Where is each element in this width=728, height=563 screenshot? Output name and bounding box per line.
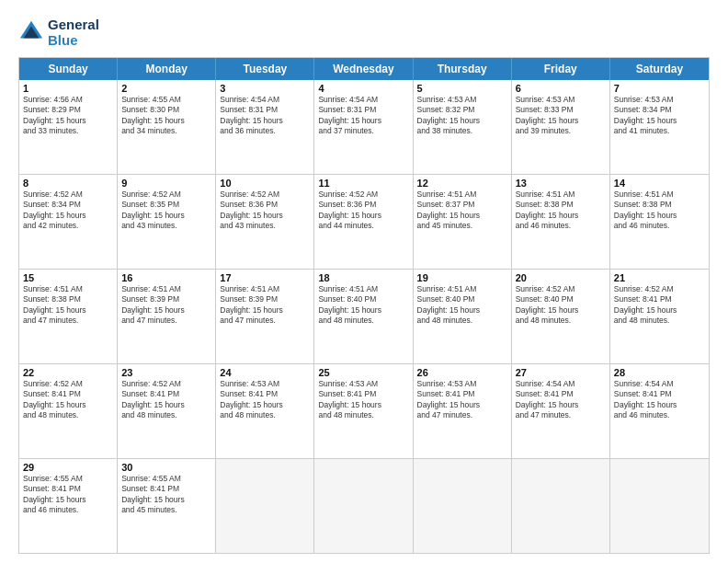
logo-text: General Blue bbox=[48, 17, 99, 48]
calendar-week-5: 29Sunrise: 4:55 AM Sunset: 8:41 PM Dayli… bbox=[19, 458, 709, 553]
page: General Blue SundayMondayTuesdayWednesda… bbox=[0, 0, 728, 563]
header: General Blue bbox=[18, 17, 710, 48]
calendar: SundayMondayTuesdayWednesdayThursdayFrid… bbox=[18, 57, 710, 554]
calendar-cell: 26Sunrise: 4:53 AM Sunset: 8:41 PM Dayli… bbox=[414, 364, 512, 458]
calendar-cell: 30Sunrise: 4:55 AM Sunset: 8:41 PM Dayli… bbox=[118, 459, 216, 553]
header-day-friday: Friday bbox=[512, 58, 610, 80]
calendar-week-4: 22Sunrise: 4:52 AM Sunset: 8:41 PM Dayli… bbox=[19, 363, 709, 458]
header-day-wednesday: Wednesday bbox=[314, 58, 413, 80]
logo: General Blue bbox=[18, 17, 99, 48]
calendar-cell: 2Sunrise: 4:55 AM Sunset: 8:30 PM Daylig… bbox=[118, 80, 216, 174]
calendar-cell: 7Sunrise: 4:53 AM Sunset: 8:34 PM Daylig… bbox=[610, 80, 709, 174]
calendar-cell: 17Sunrise: 4:51 AM Sunset: 8:39 PM Dayli… bbox=[216, 270, 314, 363]
calendar-cell: 10Sunrise: 4:52 AM Sunset: 8:36 PM Dayli… bbox=[216, 175, 314, 269]
calendar-cell bbox=[216, 459, 314, 553]
header-day-thursday: Thursday bbox=[414, 58, 512, 80]
calendar-cell: 22Sunrise: 4:52 AM Sunset: 8:41 PM Dayli… bbox=[19, 364, 118, 458]
calendar-cell: 5Sunrise: 4:53 AM Sunset: 8:32 PM Daylig… bbox=[414, 80, 512, 174]
header-day-monday: Monday bbox=[118, 58, 216, 80]
calendar-cell: 3Sunrise: 4:54 AM Sunset: 8:31 PM Daylig… bbox=[216, 80, 314, 174]
calendar-cell: 12Sunrise: 4:51 AM Sunset: 8:37 PM Dayli… bbox=[414, 175, 512, 269]
calendar-week-2: 8Sunrise: 4:52 AM Sunset: 8:34 PM Daylig… bbox=[19, 174, 709, 269]
calendar-cell bbox=[414, 459, 512, 553]
calendar-cell: 24Sunrise: 4:53 AM Sunset: 8:41 PM Dayli… bbox=[216, 364, 314, 458]
logo-icon bbox=[18, 19, 44, 45]
calendar-cell: 29Sunrise: 4:55 AM Sunset: 8:41 PM Dayli… bbox=[19, 459, 118, 553]
calendar-cell: 15Sunrise: 4:51 AM Sunset: 8:38 PM Dayli… bbox=[19, 270, 118, 363]
calendar-cell: 16Sunrise: 4:51 AM Sunset: 8:39 PM Dayli… bbox=[118, 270, 216, 363]
calendar-cell: 13Sunrise: 4:51 AM Sunset: 8:38 PM Dayli… bbox=[512, 175, 610, 269]
calendar-week-1: 1Sunrise: 4:56 AM Sunset: 8:29 PM Daylig… bbox=[19, 80, 709, 174]
calendar-cell: 8Sunrise: 4:52 AM Sunset: 8:34 PM Daylig… bbox=[19, 175, 118, 269]
calendar-header: SundayMondayTuesdayWednesdayThursdayFrid… bbox=[19, 58, 709, 80]
calendar-cell: 9Sunrise: 4:52 AM Sunset: 8:35 PM Daylig… bbox=[118, 175, 216, 269]
calendar-cell: 6Sunrise: 4:53 AM Sunset: 8:33 PM Daylig… bbox=[512, 80, 610, 174]
calendar-body: 1Sunrise: 4:56 AM Sunset: 8:29 PM Daylig… bbox=[19, 80, 709, 553]
calendar-cell: 20Sunrise: 4:52 AM Sunset: 8:40 PM Dayli… bbox=[512, 270, 610, 363]
calendar-week-3: 15Sunrise: 4:51 AM Sunset: 8:38 PM Dayli… bbox=[19, 269, 709, 363]
calendar-cell: 27Sunrise: 4:54 AM Sunset: 8:41 PM Dayli… bbox=[512, 364, 610, 458]
header-day-tuesday: Tuesday bbox=[216, 58, 314, 80]
calendar-cell: 18Sunrise: 4:51 AM Sunset: 8:40 PM Dayli… bbox=[314, 270, 413, 363]
calendar-cell bbox=[512, 459, 610, 553]
calendar-cell: 21Sunrise: 4:52 AM Sunset: 8:41 PM Dayli… bbox=[610, 270, 709, 363]
calendar-cell: 28Sunrise: 4:54 AM Sunset: 8:41 PM Dayli… bbox=[610, 364, 709, 458]
calendar-cell: 23Sunrise: 4:52 AM Sunset: 8:41 PM Dayli… bbox=[118, 364, 216, 458]
calendar-cell: 25Sunrise: 4:53 AM Sunset: 8:41 PM Dayli… bbox=[314, 364, 413, 458]
calendar-cell: 11Sunrise: 4:52 AM Sunset: 8:36 PM Dayli… bbox=[314, 175, 413, 269]
calendar-cell bbox=[610, 459, 709, 553]
header-day-sunday: Sunday bbox=[19, 58, 118, 80]
calendar-cell: 19Sunrise: 4:51 AM Sunset: 8:40 PM Dayli… bbox=[414, 270, 512, 363]
calendar-cell bbox=[314, 459, 413, 553]
calendar-cell: 14Sunrise: 4:51 AM Sunset: 8:38 PM Dayli… bbox=[610, 175, 709, 269]
calendar-cell: 1Sunrise: 4:56 AM Sunset: 8:29 PM Daylig… bbox=[19, 80, 118, 174]
header-day-saturday: Saturday bbox=[610, 58, 709, 80]
calendar-cell: 4Sunrise: 4:54 AM Sunset: 8:31 PM Daylig… bbox=[314, 80, 413, 174]
